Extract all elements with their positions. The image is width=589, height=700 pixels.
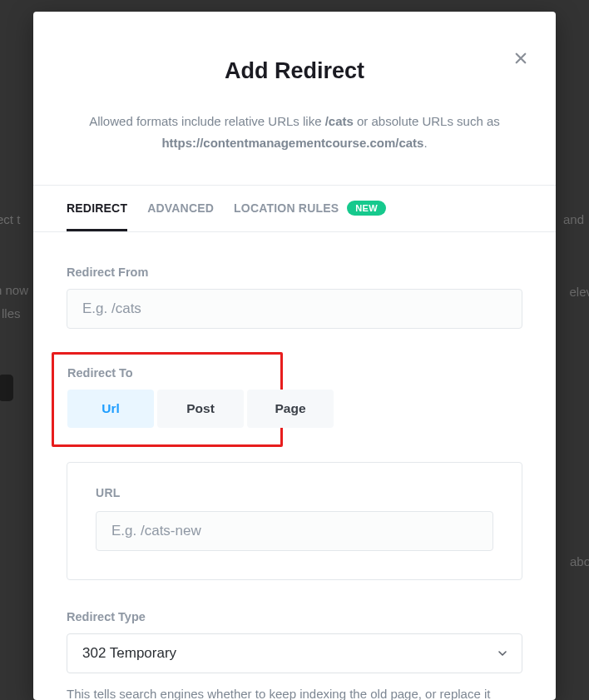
tab-redirect[interactable]: REDIRECT bbox=[67, 186, 127, 231]
bg-text: n now bbox=[0, 283, 28, 297]
tab-location-rules[interactable]: LOCATION RULES NEW bbox=[234, 186, 386, 231]
url-label: URL bbox=[96, 486, 493, 499]
subtitle-text: or absolute URLs such as bbox=[354, 114, 500, 128]
redirect-to-url-input[interactable] bbox=[96, 511, 493, 551]
redirect-from-group: Redirect From bbox=[67, 266, 522, 329]
modal-title: Add Redirect bbox=[75, 58, 514, 84]
close-button[interactable] bbox=[509, 47, 532, 70]
subtitle-text: Allowed formats include relative URLs li… bbox=[89, 114, 324, 128]
tab-label: LOCATION RULES bbox=[234, 201, 339, 215]
subtitle-bold: /cats bbox=[325, 114, 354, 128]
seg-url-button[interactable]: Url bbox=[67, 390, 154, 428]
close-icon bbox=[513, 51, 528, 66]
redirect-from-label: Redirect From bbox=[67, 266, 522, 279]
new-badge: NEW bbox=[347, 201, 386, 216]
tab-bar: REDIRECT ADVANCED LOCATION RULES NEW bbox=[33, 186, 556, 232]
seg-label: Post bbox=[186, 401, 215, 416]
redirect-type-label: Redirect Type bbox=[67, 610, 522, 623]
redirect-type-group: Redirect Type 302 Temporary This tells s… bbox=[67, 610, 522, 701]
redirect-type-value: 302 Temporary bbox=[67, 633, 522, 673]
seg-label: Url bbox=[101, 401, 120, 416]
add-redirect-modal: Add Redirect Allowed formats include rel… bbox=[33, 12, 556, 700]
redirect-type-help: This tells search engines whether to kee… bbox=[67, 683, 522, 701]
redirect-to-label: Redirect To bbox=[67, 366, 269, 380]
seg-post-button[interactable]: Post bbox=[157, 390, 244, 428]
seg-page-button[interactable]: Page bbox=[247, 390, 334, 428]
tab-label: ADVANCED bbox=[147, 201, 214, 215]
redirect-to-url-panel: URL bbox=[67, 462, 522, 580]
subtitle-text: . bbox=[423, 136, 427, 150]
bg-text: ect t bbox=[0, 212, 20, 226]
tab-label: REDIRECT bbox=[67, 201, 127, 215]
tab-advanced[interactable]: ADVANCED bbox=[147, 186, 214, 231]
bg-text: elev bbox=[569, 285, 589, 299]
modal-subtitle: Allowed formats include relative URLs li… bbox=[78, 111, 511, 155]
redirect-from-input[interactable] bbox=[67, 289, 522, 329]
redirect-to-type-segmented: Url Post Page bbox=[67, 390, 334, 428]
form-area: Redirect From Redirect To Url Post Page … bbox=[33, 232, 556, 701]
bg-text: lles bbox=[2, 306, 21, 320]
redirect-to-highlight: Redirect To Url Post Page bbox=[52, 352, 283, 447]
subtitle-bold: https://contentmanagementcourse.com/cats bbox=[161, 136, 423, 150]
modal-header: Add Redirect Allowed formats include rel… bbox=[33, 12, 556, 186]
seg-label: Page bbox=[275, 401, 305, 416]
bg-text: abo bbox=[570, 554, 589, 568]
bg-text: and bbox=[563, 212, 584, 226]
redirect-type-select[interactable]: 302 Temporary bbox=[67, 633, 522, 673]
bg-chip bbox=[0, 375, 13, 401]
